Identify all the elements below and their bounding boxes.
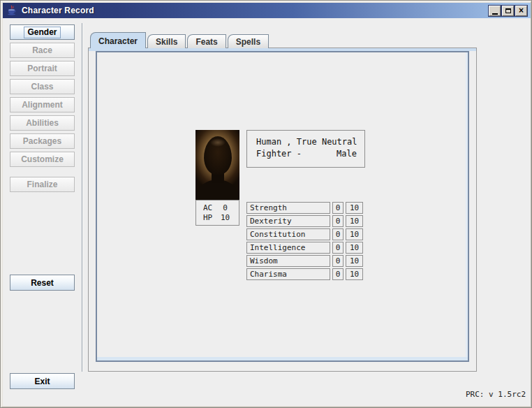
class-button[interactable]: Class: [10, 79, 75, 94]
maximize-button[interactable]: [502, 6, 514, 16]
alignment-button[interactable]: Alignment: [10, 97, 75, 112]
ability-score-charisma: 10: [346, 268, 363, 280]
ability-score-dexterity: 10: [346, 215, 363, 227]
close-button[interactable]: ×: [515, 6, 527, 16]
finalize-button-label: Finalize: [27, 180, 57, 189]
panel-bottom-accent: [97, 357, 468, 360]
tab-feats[interactable]: Feats: [187, 34, 226, 48]
race-alignment-text: Human , True Neutral: [256, 137, 357, 147]
hp-label: HP: [203, 213, 217, 223]
gender-button[interactable]: Gender: [10, 24, 75, 40]
combat-stats-box: AC 0 HP 10: [195, 200, 239, 226]
ability-name-intelligence: Intelligence: [246, 242, 330, 254]
panel-right-accent: [466, 52, 468, 357]
abilities-button[interactable]: Abilities: [10, 115, 75, 131]
ability-score-constitution: 10: [346, 228, 363, 240]
exit-button[interactable]: Exit: [10, 373, 75, 389]
ac-value: 0: [217, 203, 233, 213]
gender-text: Male: [337, 149, 357, 159]
ability-score-strength: 10: [346, 202, 363, 214]
gender-button-label: Gender: [24, 27, 60, 38]
customize-button-label: Customize: [21, 154, 64, 164]
ac-label: AC: [203, 203, 217, 213]
character-summary-box: Human , True Neutral Fighter - Male: [246, 130, 365, 168]
abilities-button-label: Abilities: [26, 118, 59, 128]
ability-name-strength: Strength: [246, 202, 330, 214]
packages-button[interactable]: Packages: [10, 133, 75, 149]
ability-mod-dexterity: 0: [332, 215, 343, 227]
tab-spells[interactable]: Spells: [228, 34, 269, 48]
reset-button-label: Reset: [31, 278, 54, 288]
ability-name-dexterity: Dexterity: [246, 215, 330, 227]
class-gender-line: Fighter - Male: [256, 149, 357, 159]
race-button-label: Race: [32, 45, 52, 55]
tab-character[interactable]: Character: [90, 32, 146, 48]
ability-mod-constitution: 0: [332, 228, 343, 240]
ability-score-wisdom: 10: [346, 255, 363, 267]
maximize-icon: [505, 8, 511, 13]
hp-value: 10: [217, 213, 233, 223]
window-controls: ×: [489, 6, 527, 16]
alignment-button-label: Alignment: [22, 100, 63, 110]
ac-row: AC 0: [196, 203, 239, 213]
ability-mod-strength: 0: [332, 202, 343, 214]
ability-mod-intelligence: 0: [332, 242, 343, 254]
window-title: Character Record: [22, 6, 94, 15]
ability-score-intelligence: 10: [346, 242, 363, 254]
portrait-button-label: Portrait: [27, 64, 57, 73]
sidebar-divider: [82, 23, 83, 372]
portrait-head: [204, 136, 232, 175]
version-label: PRC: v 1.5rc2: [466, 390, 526, 399]
class-text: Fighter -: [256, 149, 302, 159]
ability-mod-wisdom: 0: [332, 255, 343, 267]
close-icon: ×: [519, 7, 524, 14]
class-button-label: Class: [31, 82, 53, 92]
ability-name-wisdom: Wisdom: [246, 255, 330, 267]
customize-button[interactable]: Customize: [10, 152, 75, 167]
character-record-window: Character Record × Gender Race Portrait …: [0, 0, 532, 408]
packages-button-label: Packages: [23, 136, 61, 146]
exit-button-label: Exit: [34, 377, 50, 386]
tab-bar: Character Skills Feats Spells: [90, 33, 270, 48]
java-coffee-icon: [6, 5, 17, 16]
title-bar[interactable]: Character Record ×: [3, 3, 531, 18]
character-portrait: [195, 130, 239, 200]
ability-name-charisma: Charisma: [246, 268, 330, 280]
minimize-icon: [492, 13, 498, 15]
minimize-button[interactable]: [489, 6, 501, 16]
tab-skills[interactable]: Skills: [147, 34, 186, 48]
finalize-button[interactable]: Finalize: [10, 177, 75, 192]
race-button[interactable]: Race: [10, 43, 75, 58]
ability-name-constitution: Constitution: [246, 228, 330, 240]
reset-button[interactable]: Reset: [10, 275, 75, 291]
portrait-button[interactable]: Portrait: [10, 61, 75, 76]
ability-mod-charisma: 0: [332, 268, 343, 280]
hp-row: HP 10: [196, 213, 239, 223]
